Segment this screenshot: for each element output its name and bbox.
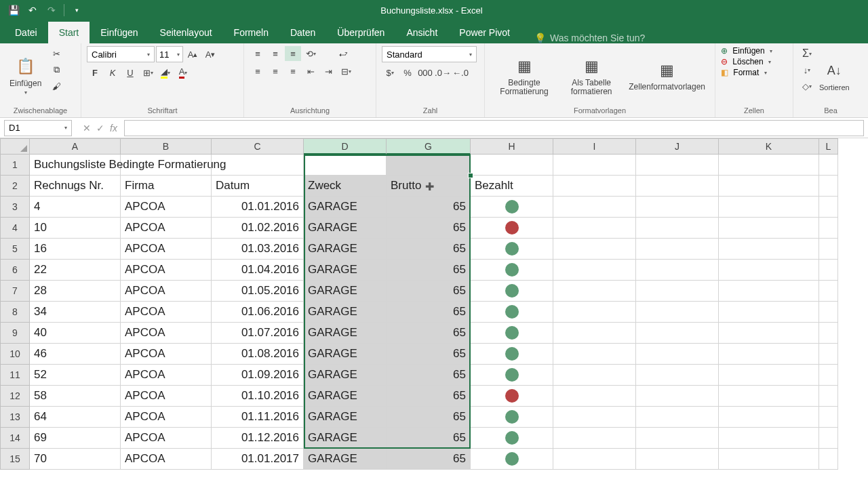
cell[interactable]: APCOA [121, 197, 212, 218]
cell[interactable] [719, 449, 819, 470]
cell[interactable] [819, 176, 838, 197]
cell[interactable] [471, 302, 553, 323]
row-header[interactable]: 11 [0, 365, 30, 386]
cell[interactable] [636, 281, 719, 302]
cell[interactable] [553, 386, 636, 407]
cell[interactable]: 65 [387, 239, 471, 260]
format-as-table-button[interactable]: ▦ Als Tabelle formatieren [561, 46, 622, 105]
currency-button[interactable]: $▾ [382, 65, 398, 80]
cell[interactable]: 65 [387, 323, 471, 344]
cell[interactable] [819, 281, 838, 302]
merge-button[interactable]: ⊟▾ [338, 64, 354, 79]
cell[interactable]: 01.08.2016 [212, 344, 304, 365]
selection-handle[interactable] [468, 173, 473, 178]
borders-button[interactable]: ⊞▾ [140, 65, 156, 80]
cell[interactable] [636, 428, 719, 449]
cell[interactable]: Rechnugs Nr. [30, 176, 121, 197]
cell[interactable]: 01.07.2016 [212, 323, 304, 344]
cell[interactable] [819, 428, 838, 449]
cell[interactable] [387, 155, 471, 176]
cell[interactable] [471, 218, 553, 239]
cell[interactable] [212, 155, 304, 176]
conditional-formatting-button[interactable]: ▦ Bedingte Formatierung [490, 46, 558, 105]
cell[interactable]: 01.02.2016 [212, 218, 304, 239]
cell[interactable] [719, 407, 819, 428]
row-header[interactable]: 3 [0, 197, 30, 218]
row-header[interactable]: 15 [0, 449, 30, 470]
cell[interactable] [471, 344, 553, 365]
decrease-font-button[interactable]: A▾ [202, 47, 218, 62]
cell[interactable]: APCOA [121, 218, 212, 239]
cell[interactable] [471, 428, 553, 449]
cell[interactable]: 65 [387, 344, 471, 365]
col-header-B[interactable]: B [121, 138, 212, 155]
cancel-formula-icon[interactable]: ✕ [83, 123, 91, 134]
cell[interactable]: 01.06.2016 [212, 302, 304, 323]
cell[interactable] [819, 386, 838, 407]
cell[interactable]: GARAGE [304, 302, 387, 323]
redo-icon[interactable]: ↷ [45, 3, 58, 17]
cell[interactable]: APCOA [121, 281, 212, 302]
cell[interactable]: 28 [30, 281, 121, 302]
row-header[interactable]: 14 [0, 428, 30, 449]
cell[interactable]: 65 [387, 365, 471, 386]
cell[interactable] [819, 302, 838, 323]
cell[interactable] [553, 407, 636, 428]
cell[interactable] [719, 386, 819, 407]
cell[interactable] [553, 176, 636, 197]
cut-button[interactable]: ✂ [48, 46, 64, 61]
cell[interactable] [636, 302, 719, 323]
cell[interactable] [819, 239, 838, 260]
fx-icon[interactable]: fx [110, 123, 117, 134]
cell[interactable] [471, 323, 553, 344]
cell[interactable]: 34 [30, 302, 121, 323]
cell[interactable]: GARAGE [304, 218, 387, 239]
cell[interactable]: APCOA [121, 323, 212, 344]
orientation-button[interactable]: ⟲▾ [302, 46, 319, 61]
cell[interactable] [819, 449, 838, 470]
fill-button[interactable]: ↓▾ [799, 62, 815, 77]
row-header[interactable]: 8 [0, 302, 30, 323]
cell[interactable]: GARAGE [304, 281, 387, 302]
format-cells-button[interactable]: ◧ Format ▾ [721, 68, 787, 77]
tab-formeln[interactable]: Formeln [223, 22, 279, 43]
cell[interactable]: 65 [387, 449, 471, 470]
cell[interactable]: APCOA [121, 428, 212, 449]
cell[interactable] [471, 281, 553, 302]
italic-button[interactable]: K [104, 65, 121, 80]
fill-color-button[interactable]: ◢▾ [157, 65, 174, 80]
cell[interactable]: 01.01.2017 [212, 449, 304, 470]
cell[interactable] [719, 302, 819, 323]
cell[interactable]: 70 [30, 449, 121, 470]
cell[interactable]: 40 [30, 323, 121, 344]
number-format-selector[interactable]: Standard▾ [382, 46, 477, 62]
cell[interactable] [719, 428, 819, 449]
cell[interactable] [121, 155, 212, 176]
cell[interactable] [636, 260, 719, 281]
cell[interactable] [636, 449, 719, 470]
increase-font-button[interactable]: A▴ [184, 47, 201, 62]
accept-formula-icon[interactable]: ✓ [96, 123, 104, 134]
cell[interactable] [553, 365, 636, 386]
cell[interactable]: 01.12.2016 [212, 428, 304, 449]
cell[interactable]: 65 [387, 428, 471, 449]
cell[interactable] [819, 365, 838, 386]
cell[interactable]: GARAGE [304, 428, 387, 449]
cell[interactable] [471, 365, 553, 386]
cell[interactable]: 01.10.2016 [212, 386, 304, 407]
row-header[interactable]: 1 [0, 155, 30, 176]
cell[interactable]: 01.11.2016 [212, 407, 304, 428]
cell[interactable] [719, 197, 819, 218]
tab-power-pivot[interactable]: Power Pivot [448, 22, 521, 43]
percent-button[interactable]: % [399, 65, 416, 80]
cell[interactable]: GARAGE [304, 197, 387, 218]
cell[interactable]: 16 [30, 239, 121, 260]
cell[interactable] [304, 155, 387, 176]
cell[interactable]: APCOA [121, 239, 212, 260]
cell[interactable] [719, 365, 819, 386]
cell[interactable]: 01.09.2016 [212, 365, 304, 386]
cell[interactable]: 65 [387, 281, 471, 302]
row-header[interactable]: 5 [0, 239, 30, 260]
cell[interactable]: APCOA [121, 365, 212, 386]
cell[interactable]: 65 [387, 407, 471, 428]
